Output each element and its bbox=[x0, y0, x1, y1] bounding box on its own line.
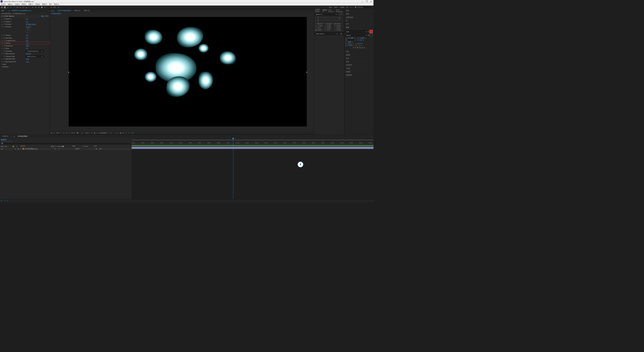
sidebar-panel-item[interactable]: 蒙版插值 bbox=[344, 74, 373, 77]
text-style-button[interactable]: T, bbox=[364, 47, 365, 49]
comp-name-breadcrumb[interactable]: 冰水成品调色后 bbox=[50, 12, 314, 16]
about-link[interactable]: 关于 bbox=[45, 15, 48, 17]
no-fill-icon[interactable]: ⊘ bbox=[368, 34, 369, 36]
param-value[interactable]: 0.15 bbox=[26, 58, 29, 60]
exposure-value[interactable]: +0.0 bbox=[131, 132, 134, 134]
motion-preset-dropdown[interactable]: Motion v2▾ bbox=[315, 13, 338, 15]
brush-tool[interactable] bbox=[31, 6, 34, 9]
layer-color-swatch[interactable] bbox=[22, 148, 24, 150]
camera-dropdown[interactable]: 活动摄像机 bbox=[99, 132, 106, 134]
snapshot-icon[interactable]: 📷 bbox=[77, 132, 78, 134]
viewer-icon-7[interactable]: ⊡ bbox=[96, 132, 98, 134]
param-value[interactable]: -1.0 bbox=[26, 42, 29, 44]
stopwatch-icon[interactable] bbox=[3, 50, 5, 52]
snapping-label[interactable]: 对齐 bbox=[53, 6, 56, 8]
timeline-comp-tab[interactable]: 冰水成品调色后 bbox=[16, 135, 29, 137]
pan-behind-tool[interactable] bbox=[19, 6, 21, 9]
time-ruler[interactable]: :000000010000200003000040000500006000070… bbox=[132, 142, 374, 145]
reset-link[interactable]: 重置 bbox=[41, 15, 44, 17]
transform-handle-right[interactable] bbox=[306, 72, 307, 73]
fill-color-swatch[interactable] bbox=[370, 30, 373, 33]
viewer-icon-11[interactable]: ⬡ bbox=[125, 132, 127, 134]
close-button[interactable]: ✕ bbox=[370, 0, 372, 3]
stopwatch-icon[interactable] bbox=[3, 58, 5, 60]
parent-pickwhip[interactable]: @ bbox=[95, 148, 99, 150]
menu-item[interactable]: 帮助(H) bbox=[54, 3, 59, 5]
status-icon-2[interactable]: ⊡ bbox=[4, 200, 6, 202]
eraser-tool[interactable] bbox=[37, 6, 40, 9]
maximize-button[interactable]: ❐ bbox=[366, 0, 368, 3]
text-style-button[interactable]: T bbox=[355, 47, 356, 49]
stroke-color-swatch[interactable] bbox=[370, 33, 373, 37]
sidebar-panel-item[interactable]: 信息 bbox=[344, 9, 373, 12]
stopwatch-icon[interactable] bbox=[4, 42, 5, 44]
viewer-icon-8[interactable]: ◫ bbox=[117, 132, 118, 134]
param-value[interactable]: 2.0 bbox=[26, 40, 28, 41]
stopwatch-icon[interactable] bbox=[3, 40, 5, 41]
motion-tool-rope[interactable]: 〰ROPE bbox=[334, 27, 343, 29]
motion-tool-clone[interactable]: ⎘CLONE bbox=[315, 25, 324, 27]
rect-tool[interactable] bbox=[22, 6, 25, 9]
menu-item[interactable]: 视图(V) bbox=[42, 3, 47, 5]
sidebar-panel-item[interactable]: 跟踪器 bbox=[344, 53, 373, 57]
menu-item[interactable]: 图层(L) bbox=[22, 3, 26, 5]
stopwatch-icon[interactable] bbox=[3, 18, 5, 20]
transform-handle-left[interactable] bbox=[68, 72, 69, 73]
viewer-icon-4[interactable]: ⊞ bbox=[66, 132, 67, 134]
camera-tool[interactable] bbox=[16, 6, 18, 9]
tsume-input[interactable]: - % bbox=[358, 45, 360, 46]
workspace-item[interactable]: 标准 bbox=[334, 6, 337, 8]
param-value[interactable]: 5.0 bbox=[26, 18, 28, 20]
slider-track[interactable] bbox=[320, 17, 340, 18]
parent-header[interactable]: 父级 bbox=[94, 145, 103, 147]
trkmat-header[interactable]: T TrkMat bbox=[82, 145, 93, 147]
param-value[interactable]: 1.0 bbox=[26, 37, 28, 39]
menu-item[interactable]: 文件(F) bbox=[1, 3, 6, 5]
minimize-button[interactable]: — bbox=[361, 0, 363, 3]
sidebar-panel-item[interactable]: 摇摆器 bbox=[344, 70, 373, 74]
menu-item[interactable]: 窗口 bbox=[49, 3, 52, 5]
motion-tool-warp[interactable]: ▦WARP bbox=[315, 29, 324, 31]
parent-dropdown[interactable]: 无 bbox=[99, 148, 101, 150]
viewer-icon-9[interactable]: ▦ bbox=[120, 132, 121, 134]
menu-item[interactable]: 效果(T) bbox=[28, 3, 33, 5]
param-value[interactable]: 5.0 bbox=[26, 21, 28, 22]
sidebar-panel-item[interactable]: 音频 bbox=[344, 12, 373, 16]
views-dropdown[interactable]: 1个... bbox=[110, 132, 114, 134]
text-style-button[interactable]: TT bbox=[357, 47, 359, 49]
layer-name[interactable]: 冰水成品调色后.png bbox=[24, 148, 54, 150]
motion-tool-jump[interactable]: ↷JUMP bbox=[325, 25, 334, 27]
sidebar-panel-item[interactable]: 字符 bbox=[344, 26, 373, 29]
snapping-icon[interactable]: ⊞ bbox=[51, 7, 52, 8]
text-style-button[interactable]: T' bbox=[362, 47, 363, 49]
project-tab[interactable]: 项目 bbox=[1, 10, 5, 12]
timeline-search-input[interactable] bbox=[1, 143, 131, 145]
viewer-icon-10[interactable]: ⊕ bbox=[123, 132, 124, 134]
param-value[interactable]: 0.75 bbox=[26, 61, 29, 62]
workspace-item[interactable]: 小屏幕 bbox=[340, 6, 344, 8]
motion-tool-name[interactable]: ✎NAME bbox=[334, 25, 343, 27]
font-family-dropdown[interactable]: Arial▾ bbox=[345, 30, 368, 33]
effect-title[interactable]: CC Mr. Mercury bbox=[4, 15, 14, 17]
sidebar-panel-item[interactable]: 动态草图 bbox=[344, 63, 373, 67]
slider-track[interactable] bbox=[320, 20, 340, 20]
text-style-button[interactable]: Tr bbox=[359, 47, 361, 49]
task-delete-button[interactable]: 🗑 bbox=[339, 32, 343, 35]
script-tab[interactable]: Super Morphings bbox=[336, 9, 343, 12]
viewer-icon-3[interactable]: ◫ bbox=[63, 132, 64, 134]
hand-tool[interactable] bbox=[7, 6, 9, 9]
time-navigator[interactable] bbox=[132, 139, 374, 141]
param-value[interactable]: 565.5, 800.0 bbox=[28, 23, 36, 25]
font-weight-dropdown[interactable]: Narrow▾ bbox=[345, 34, 368, 36]
stopwatch-icon[interactable] bbox=[3, 34, 5, 36]
motion-tool-null[interactable]: ⊙NULL bbox=[315, 27, 324, 29]
motion-tool-spin[interactable]: ↻SPIN bbox=[325, 29, 334, 31]
script-tab[interactable]: Motion 2 bbox=[323, 9, 327, 12]
stopwatch-icon[interactable] bbox=[3, 23, 5, 25]
visibility-toggle[interactable]: ◉ bbox=[1, 148, 3, 150]
param-value[interactable]: 0.00 bbox=[26, 45, 29, 46]
menu-item[interactable]: 动画(A) bbox=[35, 3, 40, 5]
baseline-input[interactable]: 0 像素 bbox=[348, 44, 352, 46]
leading-input[interactable]: 72 像素 bbox=[359, 37, 364, 39]
layer-duration-bar[interactable] bbox=[132, 147, 374, 149]
